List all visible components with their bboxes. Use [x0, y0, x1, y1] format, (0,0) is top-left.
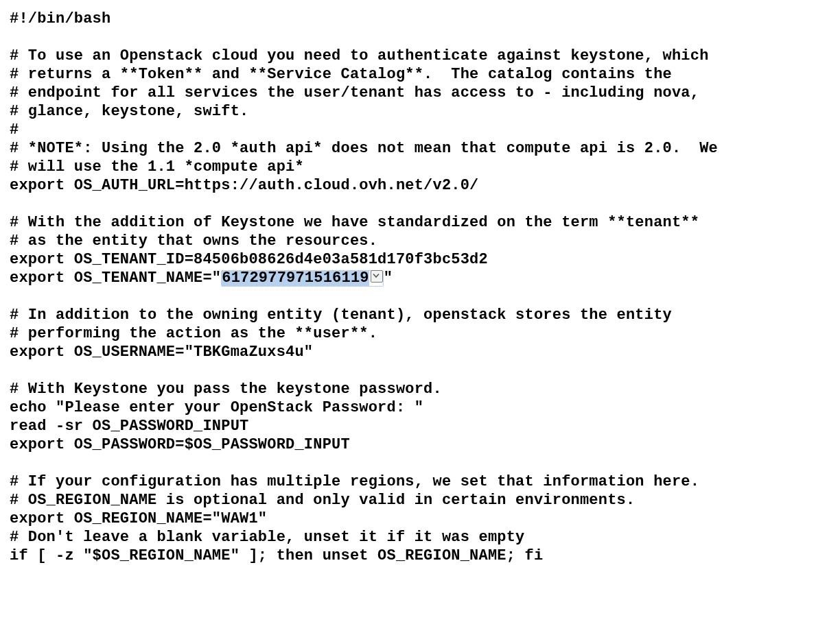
code-line: # To use an Openstack cloud you need to … [10, 47, 709, 64]
code-line: export OS_TENANT_ID=84506b08626d4e03a581… [10, 251, 488, 268]
code-line: # With the addition of Keystone we have … [10, 214, 699, 231]
code-line: # Don't leave a blank variable, unset it… [10, 529, 525, 546]
code-line-prefix: export OS_TENANT_NAME=" [10, 269, 221, 287]
code-line: # returns a **Token** and **Service Cata… [10, 66, 672, 83]
code-line: # performing the action as the **user**. [10, 325, 377, 342]
code-line: # [10, 121, 19, 139]
code-line: # glance, keystone, swift. [10, 103, 248, 120]
code-line: read -sr OS_PASSWORD_INPUT [10, 418, 248, 435]
tenant-name-selection-wrap: 6172977971516119 [221, 270, 383, 287]
code-block: #!/bin/bash # To use an Openstack cloud … [0, 0, 840, 565]
code-line: # In addition to the owning entity (tena… [10, 307, 672, 324]
expand-selection-button[interactable] [371, 270, 383, 283]
selected-text[interactable]: 6172977971516119 [222, 271, 369, 286]
chevron-down-icon [373, 273, 380, 278]
code-line: # *NOTE*: Using the 2.0 *auth api* does … [10, 140, 718, 157]
code-line: export OS_PASSWORD=$OS_PASSWORD_INPUT [10, 436, 350, 453]
code-line: # will use the 1.1 *compute api* [10, 158, 304, 176]
code-line: # as the entity that owns the resources. [10, 232, 377, 250]
code-line: # endpoint for all services the user/ten… [10, 84, 699, 101]
code-line: # If your configuration has multiple reg… [10, 473, 699, 490]
code-line: export OS_USERNAME="TBKGmaZuxs4u" [10, 344, 313, 361]
code-line: export OS_REGION_NAME="WAW1" [10, 510, 267, 527]
code-line: #!/bin/bash [10, 10, 110, 27]
code-line: # With Keystone you pass the keystone pa… [10, 381, 442, 398]
code-line: if [ -z "$OS_REGION_NAME" ]; then unset … [10, 547, 543, 564]
code-line-suffix: " [384, 269, 393, 287]
code-line: echo "Please enter your OpenStack Passwo… [10, 399, 423, 416]
code-line: # OS_REGION_NAME is optional and only va… [10, 492, 635, 509]
code-line: export OS_AUTH_URL=https://auth.cloud.ov… [10, 177, 479, 194]
